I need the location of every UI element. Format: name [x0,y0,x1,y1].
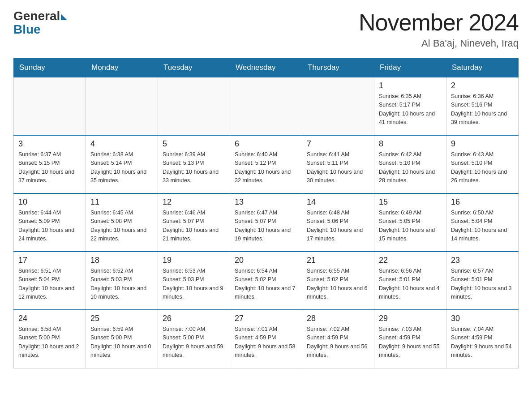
header-cell-tuesday: Tuesday [158,59,230,77]
day-number: 19 [163,256,225,265]
day-info: Sunrise: 6:52 AM Sunset: 5:03 PM Dayligh… [90,267,153,302]
day-number: 27 [235,314,297,323]
day-info: Sunrise: 6:49 AM Sunset: 5:05 PM Dayligh… [379,209,442,244]
calendar-cell [230,77,302,135]
calendar-cell: 13Sunrise: 6:47 AM Sunset: 5:07 PM Dayli… [230,193,302,252]
day-info: Sunrise: 6:37 AM Sunset: 5:15 PM Dayligh… [18,150,81,185]
day-number: 12 [163,197,225,207]
day-info: Sunrise: 6:59 AM Sunset: 5:00 PM Dayligh… [90,325,153,360]
day-info: Sunrise: 6:42 AM Sunset: 5:10 PM Dayligh… [379,150,442,185]
day-info: Sunrise: 6:47 AM Sunset: 5:07 PM Dayligh… [235,209,297,244]
header-cell-monday: Monday [86,59,158,77]
calendar-cell: 24Sunrise: 6:58 AM Sunset: 5:00 PM Dayli… [14,310,86,368]
day-info: Sunrise: 6:51 AM Sunset: 5:04 PM Dayligh… [18,267,81,302]
day-info: Sunrise: 6:41 AM Sunset: 5:11 PM Dayligh… [307,150,369,185]
calendar-cell: 7Sunrise: 6:41 AM Sunset: 5:11 PM Daylig… [302,135,374,193]
day-number: 3 [18,139,81,149]
header-cell-saturday: Saturday [446,59,519,77]
header-row: SundayMondayTuesdayWednesdayThursdayFrid… [14,59,519,77]
day-number: 9 [451,139,514,149]
calendar-cell: 19Sunrise: 6:53 AM Sunset: 5:03 PM Dayli… [158,252,230,310]
header-cell-wednesday: Wednesday [230,59,302,77]
page-subtitle: Al Ba'aj, Nineveh, Iraq [359,38,519,49]
day-number: 30 [451,314,514,323]
day-number: 21 [307,256,369,265]
calendar-cell: 14Sunrise: 6:48 AM Sunset: 5:06 PM Dayli… [302,193,374,252]
day-number: 17 [18,256,81,265]
logo-general-text: General [13,9,60,23]
calendar-cell: 21Sunrise: 6:55 AM Sunset: 5:02 PM Dayli… [302,252,374,310]
day-info: Sunrise: 6:38 AM Sunset: 5:14 PM Dayligh… [90,150,153,185]
logo-arrow-icon [61,14,67,20]
day-info: Sunrise: 7:02 AM Sunset: 4:59 PM Dayligh… [307,325,369,360]
calendar-cell: 18Sunrise: 6:52 AM Sunset: 5:03 PM Dayli… [86,252,158,310]
logo-blue-text: Blue [13,22,41,37]
header-cell-friday: Friday [374,59,446,77]
header: General Blue November 2024 Al Ba'aj, Nin… [13,9,519,49]
day-number: 2 [451,81,514,90]
calendar-cell: 25Sunrise: 6:59 AM Sunset: 5:00 PM Dayli… [86,310,158,368]
day-info: Sunrise: 7:03 AM Sunset: 4:59 PM Dayligh… [379,325,442,360]
calendar-cell: 29Sunrise: 7:03 AM Sunset: 4:59 PM Dayli… [374,310,446,368]
day-number: 18 [90,256,153,265]
day-number: 26 [163,314,225,323]
week-row-5: 24Sunrise: 6:58 AM Sunset: 5:00 PM Dayli… [14,310,519,368]
calendar-cell [86,77,158,135]
day-info: Sunrise: 7:04 AM Sunset: 4:59 PM Dayligh… [451,325,514,360]
day-info: Sunrise: 6:58 AM Sunset: 5:00 PM Dayligh… [18,325,81,360]
week-row-4: 17Sunrise: 6:51 AM Sunset: 5:04 PM Dayli… [14,252,519,310]
calendar-cell: 6Sunrise: 6:40 AM Sunset: 5:12 PM Daylig… [230,135,302,193]
header-cell-thursday: Thursday [302,59,374,77]
day-number: 24 [18,314,81,323]
day-info: Sunrise: 6:43 AM Sunset: 5:10 PM Dayligh… [451,150,514,185]
calendar-cell: 23Sunrise: 6:57 AM Sunset: 5:01 PM Dayli… [446,252,519,310]
calendar-cell: 10Sunrise: 6:44 AM Sunset: 5:09 PM Dayli… [14,193,86,252]
day-info: Sunrise: 6:36 AM Sunset: 5:16 PM Dayligh… [451,92,514,127]
day-info: Sunrise: 6:39 AM Sunset: 5:13 PM Dayligh… [163,150,225,185]
day-info: Sunrise: 6:53 AM Sunset: 5:03 PM Dayligh… [163,267,225,302]
page-title: November 2024 [359,9,519,36]
calendar-cell: 5Sunrise: 6:39 AM Sunset: 5:13 PM Daylig… [158,135,230,193]
week-row-1: 1Sunrise: 6:35 AM Sunset: 5:17 PM Daylig… [14,77,519,135]
day-number: 7 [307,139,369,149]
calendar-cell [158,77,230,135]
day-info: Sunrise: 7:01 AM Sunset: 4:59 PM Dayligh… [235,325,297,360]
day-info: Sunrise: 6:50 AM Sunset: 5:04 PM Dayligh… [451,209,514,244]
day-info: Sunrise: 6:56 AM Sunset: 5:01 PM Dayligh… [379,267,442,302]
day-number: 6 [235,139,297,149]
day-info: Sunrise: 6:55 AM Sunset: 5:02 PM Dayligh… [307,267,369,302]
week-row-3: 10Sunrise: 6:44 AM Sunset: 5:09 PM Dayli… [14,193,519,252]
day-number: 5 [163,139,225,149]
calendar-cell: 4Sunrise: 6:38 AM Sunset: 5:14 PM Daylig… [86,135,158,193]
calendar-cell: 12Sunrise: 6:46 AM Sunset: 5:07 PM Dayli… [158,193,230,252]
day-number: 20 [235,256,297,265]
calendar-cell [14,77,86,135]
day-number: 13 [235,197,297,207]
calendar-cell: 28Sunrise: 7:02 AM Sunset: 4:59 PM Dayli… [302,310,374,368]
calendar-table: SundayMondayTuesdayWednesdayThursdayFrid… [13,58,519,368]
day-number: 1 [379,81,442,90]
day-number: 10 [18,197,81,207]
day-info: Sunrise: 6:40 AM Sunset: 5:12 PM Dayligh… [235,150,297,185]
calendar-cell: 20Sunrise: 6:54 AM Sunset: 5:02 PM Dayli… [230,252,302,310]
calendar-cell: 26Sunrise: 7:00 AM Sunset: 5:00 PM Dayli… [158,310,230,368]
day-info: Sunrise: 6:54 AM Sunset: 5:02 PM Dayligh… [235,267,297,302]
calendar-cell: 22Sunrise: 6:56 AM Sunset: 5:01 PM Dayli… [374,252,446,310]
calendar-cell: 30Sunrise: 7:04 AM Sunset: 4:59 PM Dayli… [446,310,519,368]
logo: General Blue [13,9,67,37]
day-info: Sunrise: 6:44 AM Sunset: 5:09 PM Dayligh… [18,209,81,244]
day-number: 11 [90,197,153,207]
day-number: 25 [90,314,153,323]
day-number: 22 [379,256,442,265]
day-number: 23 [451,256,514,265]
day-number: 28 [307,314,369,323]
day-info: Sunrise: 6:35 AM Sunset: 5:17 PM Dayligh… [379,92,442,127]
week-row-2: 3Sunrise: 6:37 AM Sunset: 5:15 PM Daylig… [14,135,519,193]
calendar-cell: 1Sunrise: 6:35 AM Sunset: 5:17 PM Daylig… [374,77,446,135]
day-info: Sunrise: 6:57 AM Sunset: 5:01 PM Dayligh… [451,267,514,302]
day-info: Sunrise: 6:48 AM Sunset: 5:06 PM Dayligh… [307,209,369,244]
calendar-cell: 2Sunrise: 6:36 AM Sunset: 5:16 PM Daylig… [446,77,519,135]
calendar-cell: 15Sunrise: 6:49 AM Sunset: 5:05 PM Dayli… [374,193,446,252]
title-area: November 2024 Al Ba'aj, Nineveh, Iraq [359,9,519,49]
day-number: 14 [307,197,369,207]
